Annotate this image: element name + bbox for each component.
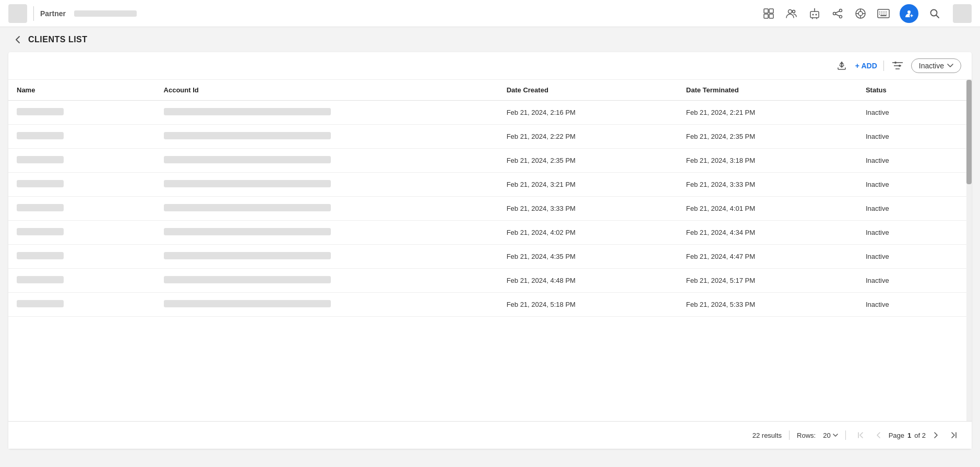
cell-status: Inactive bbox=[857, 293, 972, 317]
redacted-name bbox=[17, 300, 64, 307]
svg-point-9 bbox=[814, 8, 815, 9]
cell-datecreated: Feb 21, 2024, 2:35 PM bbox=[498, 149, 678, 173]
cell-name bbox=[8, 101, 156, 125]
cell-name bbox=[8, 125, 156, 149]
prev-page-button[interactable] bbox=[871, 428, 886, 442]
add-button[interactable]: + ADD bbox=[855, 62, 877, 70]
cell-name bbox=[8, 269, 156, 293]
table-row[interactable]: Feb 21, 2024, 3:21 PMFeb 21, 2024, 3:33 … bbox=[8, 173, 972, 197]
cell-accountid bbox=[156, 101, 498, 125]
redacted-name bbox=[17, 276, 64, 283]
page-current: 1 bbox=[907, 432, 911, 439]
redacted-name bbox=[17, 156, 64, 163]
last-page-button[interactable] bbox=[947, 428, 961, 442]
cell-name bbox=[8, 221, 156, 245]
cell-accountid bbox=[156, 125, 498, 149]
cell-status: Inactive bbox=[857, 269, 972, 293]
table-body: Feb 21, 2024, 2:16 PMFeb 21, 2024, 2:21 … bbox=[8, 101, 972, 317]
keyboard-icon[interactable] bbox=[877, 7, 890, 20]
scrollbar-track[interactable] bbox=[966, 80, 972, 421]
redacted-accountid bbox=[164, 180, 331, 187]
table-row[interactable]: Feb 21, 2024, 3:33 PMFeb 21, 2024, 4:01 … bbox=[8, 197, 972, 221]
main-content: + ADD Inactive Name bbox=[8, 52, 972, 449]
table-footer: 22 results Rows: 20 Page 1 bbox=[8, 421, 972, 449]
svg-rect-6 bbox=[810, 11, 819, 18]
cell-dateterminated: Feb 21, 2024, 3:18 PM bbox=[678, 149, 857, 173]
table-row[interactable]: Feb 21, 2024, 4:02 PMFeb 21, 2024, 4:34 … bbox=[8, 221, 972, 245]
export-button[interactable] bbox=[834, 58, 849, 73]
page-of: of 2 bbox=[914, 432, 926, 439]
table-row[interactable]: Feb 21, 2024, 2:35 PMFeb 21, 2024, 3:18 … bbox=[8, 149, 972, 173]
svg-point-39 bbox=[899, 65, 901, 67]
rows-per-page-select[interactable]: 20 bbox=[823, 432, 838, 439]
redacted-name bbox=[17, 252, 64, 259]
cell-datecreated: Feb 21, 2024, 2:16 PM bbox=[498, 101, 678, 125]
status-filter-button[interactable]: Inactive bbox=[911, 58, 961, 73]
cell-accountid bbox=[156, 269, 498, 293]
redacted-name bbox=[17, 180, 64, 187]
page-label: Page bbox=[889, 432, 904, 439]
layout-icon[interactable] bbox=[762, 7, 775, 20]
cell-name bbox=[8, 173, 156, 197]
svg-point-5 bbox=[793, 10, 795, 13]
cell-dateterminated: Feb 21, 2024, 2:35 PM bbox=[678, 125, 857, 149]
app-logo[interactable] bbox=[8, 4, 27, 23]
table-row[interactable]: Feb 21, 2024, 2:22 PMFeb 21, 2024, 2:35 … bbox=[8, 125, 972, 149]
bot-icon[interactable] bbox=[808, 7, 821, 20]
cell-status: Inactive bbox=[857, 101, 972, 125]
status-filter-label: Inactive bbox=[919, 62, 944, 70]
cell-name bbox=[8, 245, 156, 269]
col-header-datecreated: Date Created bbox=[498, 80, 678, 101]
cell-datecreated: Feb 21, 2024, 3:21 PM bbox=[498, 173, 678, 197]
results-count: 22 results bbox=[752, 432, 782, 439]
svg-point-11 bbox=[833, 12, 836, 15]
cell-status: Inactive bbox=[857, 245, 972, 269]
user-avatar[interactable] bbox=[900, 4, 918, 23]
toolbar: + ADD Inactive bbox=[8, 52, 972, 80]
support-icon[interactable] bbox=[854, 7, 867, 20]
add-button-label: + ADD bbox=[855, 62, 877, 70]
svg-point-33 bbox=[931, 9, 937, 16]
svg-point-31 bbox=[907, 10, 911, 14]
page-title: CLIENTS LIST bbox=[28, 35, 88, 44]
svg-point-16 bbox=[858, 11, 863, 16]
cell-datecreated: Feb 21, 2024, 4:48 PM bbox=[498, 269, 678, 293]
share-icon[interactable] bbox=[831, 7, 844, 20]
svg-point-12 bbox=[840, 15, 842, 18]
back-button[interactable] bbox=[13, 34, 23, 45]
next-page-button[interactable] bbox=[929, 428, 943, 442]
svg-rect-1 bbox=[769, 9, 773, 13]
page-header: CLIENTS LIST bbox=[0, 27, 980, 52]
footer-divider-1 bbox=[789, 430, 790, 440]
first-page-button[interactable] bbox=[853, 428, 868, 442]
table-row[interactable]: Feb 21, 2024, 4:48 PMFeb 21, 2024, 5:17 … bbox=[8, 269, 972, 293]
redacted-name bbox=[17, 204, 64, 211]
redacted-accountid bbox=[164, 108, 331, 115]
search-icon[interactable] bbox=[928, 7, 941, 20]
cell-name bbox=[8, 197, 156, 221]
footer-divider-2 bbox=[845, 430, 846, 440]
redacted-accountid bbox=[164, 228, 331, 235]
cell-accountid bbox=[156, 293, 498, 317]
table-row[interactable]: Feb 21, 2024, 4:35 PMFeb 21, 2024, 4:47 … bbox=[8, 245, 972, 269]
scrollbar-thumb[interactable] bbox=[966, 80, 972, 184]
cell-status: Inactive bbox=[857, 173, 972, 197]
filter-button[interactable] bbox=[890, 58, 905, 73]
table-row[interactable]: Feb 21, 2024, 2:16 PMFeb 21, 2024, 2:21 … bbox=[8, 101, 972, 125]
cell-dateterminated: Feb 21, 2024, 4:47 PM bbox=[678, 245, 857, 269]
col-header-name: Name bbox=[8, 80, 156, 101]
table-row[interactable]: Feb 21, 2024, 5:18 PMFeb 21, 2024, 5:33 … bbox=[8, 293, 972, 317]
cell-dateterminated: Feb 21, 2024, 4:34 PM bbox=[678, 221, 857, 245]
toolbar-divider bbox=[883, 61, 884, 71]
right-logo-box bbox=[953, 4, 972, 23]
redacted-accountid bbox=[164, 156, 331, 163]
redacted-accountid bbox=[164, 252, 331, 259]
col-header-dateterminated: Date Terminated bbox=[678, 80, 857, 101]
group-icon[interactable] bbox=[785, 7, 798, 20]
svg-point-8 bbox=[816, 14, 817, 15]
svg-rect-21 bbox=[878, 9, 889, 18]
redacted-name bbox=[17, 228, 64, 235]
redacted-accountid bbox=[164, 204, 331, 211]
cell-dateterminated: Feb 21, 2024, 5:17 PM bbox=[678, 269, 857, 293]
svg-rect-3 bbox=[769, 14, 773, 18]
